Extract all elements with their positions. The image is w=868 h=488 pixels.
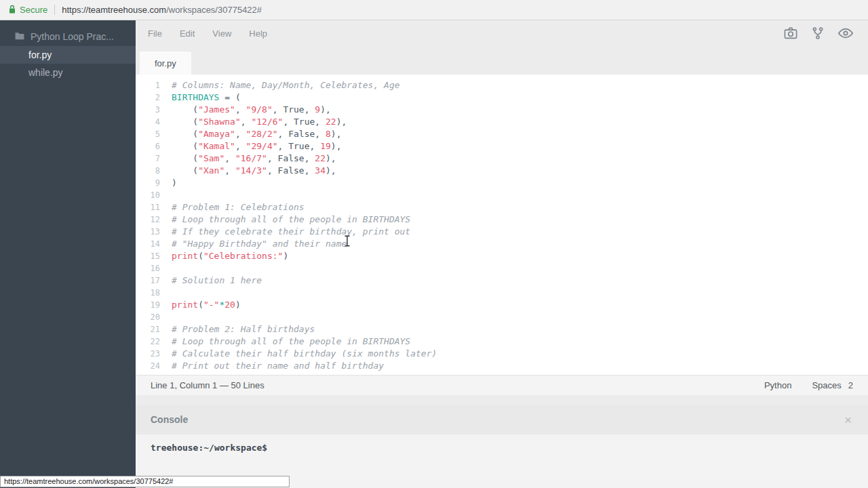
code-line-3[interactable]: 3 ("James", "9/8", True, 9), xyxy=(136,104,868,116)
line-number: 15 xyxy=(136,250,160,262)
code-line-22[interactable]: 22# Loop through all of the people in BI… xyxy=(136,336,868,348)
code-line-5[interactable]: 5 ("Amaya", "28/2", False, 8), xyxy=(136,128,868,140)
file-tree-sidebar: Python Loop Prac... for.pywhile.py xyxy=(0,20,136,488)
line-number: 12 xyxy=(136,214,160,226)
line-number: 23 xyxy=(136,348,160,360)
project-folder-row[interactable]: Python Loop Prac... xyxy=(0,27,136,46)
line-content: print("-"*20) xyxy=(160,299,241,311)
sidebar-file-while-py[interactable]: while.py xyxy=(0,64,136,81)
cursor-position-label: Line 1, Column 1 — 50 Lines xyxy=(151,380,264,390)
fork-icon[interactable] xyxy=(812,26,823,40)
line-number: 17 xyxy=(136,274,160,287)
editor-lines: 1# Columns: Name, Day/Month, Celebrates,… xyxy=(136,79,868,372)
line-number: 16 xyxy=(136,262,160,274)
editor-statusbar: Line 1, Column 1 — 50 Lines Python Space… xyxy=(136,375,868,395)
code-line-16[interactable]: 16 xyxy=(136,262,868,274)
line-content: # Loop through all of the people in BIRT… xyxy=(160,336,410,348)
line-number: 6 xyxy=(136,140,160,152)
line-content: # Print out their name and half birthday xyxy=(160,360,384,372)
spaces-value: 2 xyxy=(848,380,853,390)
line-content: # Calculate their half birthday (six mon… xyxy=(160,348,437,360)
line-number: 7 xyxy=(136,152,160,165)
lock-icon xyxy=(8,5,16,16)
code-line-12[interactable]: 12# Loop through all of the people in BI… xyxy=(136,214,868,226)
terminal-prompt: treehouse:~/workspace$ xyxy=(151,443,267,453)
line-content: # If they celebrate their birthday, prin… xyxy=(160,226,410,238)
tab-label: for.py xyxy=(155,58,176,68)
code-line-8[interactable]: 8 ("Xan", "14/3", False, 34), xyxy=(136,165,868,177)
close-icon[interactable]: × xyxy=(844,413,852,426)
line-number: 13 xyxy=(136,226,160,238)
url-path[interactable]: /workspaces/30775422# xyxy=(166,5,262,15)
line-number: 8 xyxy=(136,165,160,177)
tab-for-py[interactable]: for.py xyxy=(140,52,191,75)
line-content: ("Kamal", "29/4", True, 19), xyxy=(160,140,342,152)
code-line-23[interactable]: 23# Calculate their half birthday (six m… xyxy=(136,348,868,360)
code-line-11[interactable]: 11# Problem 1: Celebrations xyxy=(136,201,868,214)
line-content xyxy=(160,189,177,201)
url-host[interactable]: https://teamtreehouse.com xyxy=(62,5,166,15)
menu-edit[interactable]: Edit xyxy=(180,28,195,39)
line-number: 10 xyxy=(136,189,160,201)
line-number: 14 xyxy=(136,238,160,250)
code-line-24[interactable]: 24# Print out their name and half birthd… xyxy=(136,360,868,372)
menu-file[interactable]: File xyxy=(148,28,162,39)
sidebar-file-for-py[interactable]: for.py xyxy=(0,46,136,64)
toolbar-icons xyxy=(784,20,853,46)
secure-label: Secure xyxy=(20,5,47,15)
browser-address-bar[interactable]: Secure https://teamtreehouse.com /worksp… xyxy=(0,0,868,20)
line-number: 19 xyxy=(136,299,160,311)
browser-status-tooltip: https://teamtreehouse.com/workspaces/307… xyxy=(0,476,290,487)
code-line-7[interactable]: 7 ("Sam", "16/7", False, 22), xyxy=(136,152,868,165)
folder-icon xyxy=(15,31,24,42)
indent-setting[interactable]: Spaces 2 xyxy=(812,380,853,390)
line-number: 20 xyxy=(136,311,160,323)
line-number: 18 xyxy=(136,287,160,299)
code-line-10[interactable]: 10 xyxy=(136,189,868,201)
workspace-app: Python Loop Prac... for.pywhile.py FileE… xyxy=(0,20,868,488)
tab-bar: for.py xyxy=(136,46,868,75)
panel-divider xyxy=(136,395,868,405)
line-number: 9 xyxy=(136,177,160,189)
line-content: # Solution 1 here xyxy=(160,274,262,287)
code-line-9[interactable]: 9) xyxy=(136,177,868,189)
editor-column: FileEditViewHelp for.py 1# Columns: Name… xyxy=(136,20,868,488)
line-number: 24 xyxy=(136,360,160,372)
code-line-2[interactable]: 2BIRTHDAYS = ( xyxy=(136,92,868,104)
console-title: Console xyxy=(151,414,188,425)
camera-icon[interactable] xyxy=(784,27,797,39)
code-line-19[interactable]: 19print("-"*20) xyxy=(136,299,868,311)
line-number: 3 xyxy=(136,104,160,116)
line-number: 11 xyxy=(136,201,160,214)
code-line-15[interactable]: 15print("Celebrations:") xyxy=(136,250,868,262)
code-line-17[interactable]: 17# Solution 1 here xyxy=(136,274,868,287)
code-line-21[interactable]: 21# Problem 2: Half birthdays xyxy=(136,323,868,336)
line-number: 5 xyxy=(136,128,160,140)
line-number: 2 xyxy=(136,92,160,104)
project-name: Python Loop Prac... xyxy=(31,31,114,42)
menu-help[interactable]: Help xyxy=(249,28,267,39)
line-content: ("Shawna", "12/6", True, 22), xyxy=(160,116,347,128)
console-header: Console × xyxy=(136,405,868,434)
line-number: 21 xyxy=(136,323,160,336)
code-line-1[interactable]: 1# Columns: Name, Day/Month, Celebrates,… xyxy=(136,79,868,92)
language-mode[interactable]: Python xyxy=(764,380,791,390)
menu-items: FileEditViewHelp xyxy=(148,28,267,39)
preview-eye-icon[interactable] xyxy=(838,28,853,39)
code-line-20[interactable]: 20 xyxy=(136,311,868,323)
line-content: ("Xan", "14/3", False, 34), xyxy=(160,165,336,177)
code-line-14[interactable]: 14# "Happy Birthday" and their name xyxy=(136,238,868,250)
code-line-18[interactable]: 18 xyxy=(136,287,868,299)
line-content: # Loop through all of the people in BIRT… xyxy=(160,214,410,226)
line-number: 22 xyxy=(136,336,160,348)
code-line-6[interactable]: 6 ("Kamal", "29/4", True, 19), xyxy=(136,140,868,152)
code-line-13[interactable]: 13# If they celebrate their birthday, pr… xyxy=(136,226,868,238)
menu-view[interactable]: View xyxy=(212,28,231,39)
line-content: ) xyxy=(160,177,177,189)
spaces-label: Spaces xyxy=(812,380,841,390)
file-list: for.pywhile.py xyxy=(0,46,136,81)
line-content: # Problem 1: Celebrations xyxy=(160,201,304,214)
code-editor[interactable]: 1# Columns: Name, Day/Month, Celebrates,… xyxy=(136,75,868,375)
address-separator xyxy=(54,5,55,15)
code-line-4[interactable]: 4 ("Shawna", "12/6", True, 22), xyxy=(136,116,868,128)
